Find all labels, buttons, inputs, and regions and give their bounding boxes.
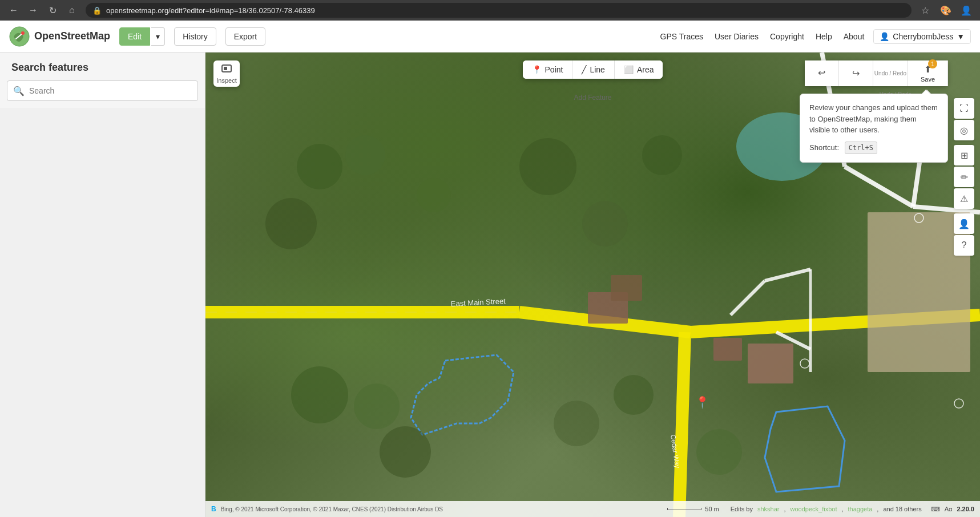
forward-button[interactable]: →	[25, 2, 41, 18]
scale-label: 50 m	[705, 506, 719, 512]
user-diaries-link[interactable]: User Diaries	[715, 32, 759, 41]
svg-point-25	[291, 366, 348, 423]
redo-button[interactable]: ↪	[839, 60, 873, 86]
layers-button[interactable]: ⊞	[954, 145, 974, 165]
svg-line-6	[679, 332, 685, 517]
redo-icon: ↪	[852, 68, 860, 79]
community-button[interactable]: 👤	[954, 213, 974, 234]
search-input[interactable]	[29, 86, 192, 95]
map-bottom-bar: B Bing, © 2021 Microsoft Corporation, © …	[205, 501, 980, 517]
undo-icon: ↩	[818, 67, 825, 78]
browser-nav-buttons: ← → ↻ ⌂	[6, 2, 80, 18]
line-icon: ╱	[582, 65, 586, 74]
star-button[interactable]: ☆	[917, 2, 933, 18]
svg-point-30	[696, 429, 742, 475]
osm-logo[interactable]: OpenStreetMap	[9, 26, 110, 47]
header-nav: GPS Traces User Diaries Copyright Help A…	[660, 32, 865, 41]
osm-logo-icon	[9, 26, 30, 47]
save-tooltip-text: Review your changes and upload them to O…	[809, 102, 938, 136]
svg-point-23	[582, 201, 628, 247]
point-label: Point	[545, 65, 563, 74]
svg-point-29	[614, 375, 654, 415]
save-tooltip: Review your changes and upload them to O…	[800, 94, 948, 163]
refresh-button[interactable]: ↻	[45, 2, 61, 18]
point-icon: 📍	[532, 65, 542, 74]
address-bar[interactable]: 🔒 openstreetmap.org/edit?editor=id#map=1…	[86, 3, 912, 18]
osm-header: OpenStreetMap Edit ▾ History Export GPS …	[0, 21, 980, 52]
fullscreen-button[interactable]: ⛶	[954, 98, 974, 119]
svg-point-21	[417, 178, 451, 212]
svg-point-1	[21, 31, 25, 35]
sidebar-content	[0, 108, 205, 517]
issues-button[interactable]: ⚠	[954, 188, 974, 209]
help-link[interactable]: Help	[816, 32, 832, 41]
sidebar-search-box[interactable]: 🔍	[7, 80, 198, 101]
editor-thaggeta[interactable]: thaggeta	[848, 506, 873, 512]
edits-by-label: Edits by	[731, 506, 753, 512]
username-label: CherrybombJess	[893, 32, 953, 41]
save-label: Save	[921, 76, 935, 83]
editor-shkshar[interactable]: shkshar	[757, 506, 780, 512]
user-dropdown-arrow: ▼	[957, 32, 965, 41]
undo-redo-save-group: ↩ ↪ Undo / Redo ⬆ 1 Save	[805, 60, 948, 86]
undo-redo-text: Undo / Redo	[874, 70, 906, 76]
history-button[interactable]: History	[174, 27, 216, 46]
map-toolbar: 📍 Point ╱ Line ⬜ Area	[523, 60, 663, 79]
svg-point-20	[265, 198, 317, 249]
about-link[interactable]: About	[844, 32, 865, 41]
inspect-icon	[221, 64, 232, 75]
lock-icon: 🔒	[92, 6, 102, 15]
help-button[interactable]: ?	[954, 235, 974, 256]
area-tool-button[interactable]: ⬜ Area	[615, 60, 663, 79]
upload-icon: ⬆ 1	[924, 64, 931, 75]
shortcut-key: Ctrl+S	[845, 142, 877, 154]
svg-point-22	[519, 138, 576, 195]
profile-button[interactable]: 👤	[958, 2, 974, 18]
bing-logo: B	[211, 505, 216, 513]
palette-button[interactable]: 🎨	[938, 2, 954, 18]
browser-chrome: ← → ↻ ⌂ 🔒 openstreetmap.org/edit?editor=…	[0, 0, 980, 21]
aa-icon: Aα	[945, 506, 953, 512]
osm-logo-text: OpenStreetMap	[34, 30, 110, 42]
main-layout: Search features 🔍	[0, 52, 980, 517]
svg-point-24	[642, 135, 682, 175]
zoom-level: 2.20.0	[957, 506, 974, 512]
home-button[interactable]: ⌂	[64, 2, 80, 18]
editor-others: and 18 others	[883, 506, 921, 512]
gps-traces-link[interactable]: GPS Traces	[660, 32, 703, 41]
gps-button[interactable]: ◎	[954, 120, 974, 140]
svg-point-19	[345, 135, 385, 175]
undo-button[interactable]: ↩	[805, 60, 839, 86]
editor-woodpeck[interactable]: woodpeck_fixbot	[791, 506, 837, 512]
header-edit-group: Edit ▾	[119, 27, 165, 46]
attribution-text: Bing, © 2021 Microsoft Corporation, © 20…	[221, 506, 663, 512]
user-menu[interactable]: 👤 CherrybombJess ▼	[873, 29, 971, 44]
map-area[interactable]: East Main Street Cedar Way 📍 Inspect 📍 P…	[205, 52, 980, 517]
copyright-link[interactable]: Copyright	[770, 32, 804, 41]
svg-point-27	[380, 426, 431, 478]
inspect-button[interactable]: Inspect	[213, 60, 240, 87]
line-tool-button[interactable]: ╱ Line	[572, 60, 614, 79]
add-feature-toolbar: 📍 Point ╱ Line ⬜ Area	[523, 60, 663, 79]
url-text: openstreetmap.org/edit?editor=id#map=18/…	[106, 6, 315, 15]
edit-dropdown-button[interactable]: ▾	[151, 27, 165, 46]
add-feature-label: Add Feature	[574, 94, 611, 102]
line-label: Line	[590, 65, 604, 74]
point-tool-button[interactable]: 📍 Point	[523, 60, 573, 79]
svg-point-26	[354, 383, 400, 429]
user-avatar-icon: 👤	[880, 32, 889, 41]
map-data-button[interactable]: ✏	[954, 167, 974, 187]
back-button[interactable]: ←	[6, 2, 22, 18]
inspect-label: Inspect	[216, 77, 236, 84]
save-tooltip-shortcut: Shortcut: Ctrl+S	[809, 142, 938, 154]
scale-bar-graphic	[667, 508, 701, 510]
svg-rect-33	[713, 338, 742, 361]
svg-point-28	[554, 401, 599, 446]
edit-button[interactable]: Edit	[119, 27, 150, 46]
shortcut-label: Shortcut:	[809, 143, 839, 152]
map-marker: 📍	[695, 395, 709, 409]
sidebar: Search features 🔍	[0, 52, 205, 517]
export-button[interactable]: Export	[225, 27, 265, 46]
map-right-tools: ⛶ ◎ ⊞ ✏ ⚠ 👤 ?	[954, 98, 974, 256]
save-button[interactable]: ⬆ 1 Save	[908, 60, 948, 86]
